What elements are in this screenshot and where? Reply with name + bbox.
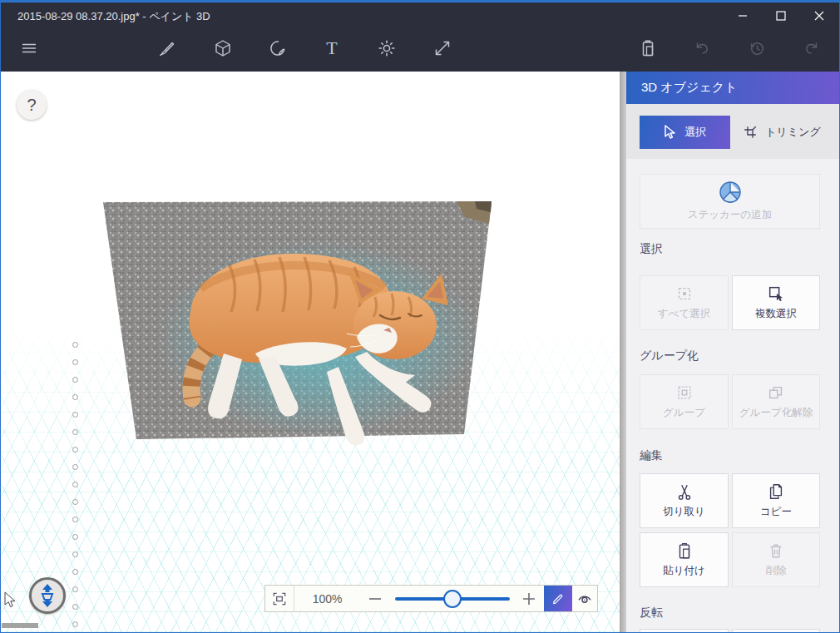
paste-icon [675,542,694,560]
ungroup-icon [767,383,785,402]
window-title: 2015-08-29 08.37.20.jpg* - ペイント 3D [17,9,210,24]
panel-tabs: 選択 トリミング [626,104,840,159]
sun-effects-icon [377,38,397,58]
multi-select-button[interactable]: 複数選択 [732,275,820,330]
section-label-flip: 反転 [640,606,663,621]
side-panel-3d-objects: 3D オブジェクト 選択 トリミング [626,72,840,633]
close-icon [814,11,824,21]
help-icon: ? [27,96,36,114]
stickers-button[interactable] [259,30,296,67]
3d-shapes-button[interactable] [205,30,241,67]
cat-photo-object[interactable] [92,189,502,463]
clipboard-paste-icon [638,38,658,58]
tab-select[interactable]: 選択 [640,116,730,149]
mouse-cursor [4,591,17,610]
maximize-icon [776,11,786,21]
minus-icon [368,591,383,606]
text-button[interactable]: T [314,30,350,67]
trash-icon [767,542,785,560]
paste-button[interactable]: 貼り付け [640,532,729,587]
redo-button [793,30,830,67]
eye-icon [576,591,593,607]
3d-rotate-gizmo-icon [37,583,58,608]
help-button[interactable]: ? [17,90,47,120]
zoom-in-button[interactable] [515,586,545,611]
paint3d-window: 2015-08-29 08.37.20.jpg* - ペイント 3D [0,0,840,633]
zoom-level: 100% [294,586,361,611]
canvas-3d-view[interactable]: ? [2,72,620,632]
history-clock-icon [747,38,767,58]
fit-screen-icon [271,591,288,607]
zoom-slider[interactable] [390,586,514,611]
paste-toolbar-button[interactable] [630,30,666,67]
cube-3d-icon [213,38,233,58]
pencil-icon [551,591,566,606]
effects-button[interactable] [368,30,405,67]
tab-trimming[interactable]: トリミング [736,116,828,149]
ungroup-button: グループ化解除 [732,374,820,429]
depth-dots-column [72,342,78,627]
section-label-selection: 選択 [640,242,663,257]
crop-icon [743,125,758,140]
multi-select-icon [767,284,785,303]
select-all-icon [675,284,694,303]
section-label-edit: 編集 [640,448,663,463]
3d-view-gizmo-button[interactable] [29,577,66,614]
view-mode-button[interactable] [572,586,597,611]
copy-button[interactable]: コピー [732,473,820,528]
panel-header: 3D オブジェクト [626,72,840,104]
menu-button[interactable] [11,30,47,67]
flip-button-1[interactable] [640,629,729,633]
brush-icon [157,38,177,58]
sticker-icon [268,38,288,58]
select-cursor-icon [664,125,677,140]
text-tool-icon: T [326,39,337,57]
draw-mode-button[interactable] [544,586,572,611]
group-button: グループ [640,374,729,429]
titlebar-and-toolbar: 2015-08-29 08.37.20.jpg* - ペイント 3D [1,2,839,72]
zoom-slider-thumb[interactable] [443,590,462,608]
zoom-out-button[interactable] [360,586,390,611]
section-label-grouping: グループ化 [640,349,699,363]
minimize-button[interactable] [724,2,762,29]
group-icon [675,383,694,402]
flip-button-2[interactable] [732,629,820,633]
history-button [739,30,775,67]
zoom-bar: 100% [264,585,598,612]
close-button[interactable] [800,2,838,29]
add-sticker-button: ステッカーの追加 [640,174,820,229]
plus-icon [521,591,536,606]
add-sticker-icon [719,181,742,204]
undo-button [684,30,720,67]
minimize-icon [738,11,748,21]
expand-canvas-icon [432,38,452,58]
horizontal-scrollbar-thumb[interactable] [2,623,38,628]
fit-to-screen-button[interactable] [265,586,294,611]
delete-button: 削除 [732,532,820,587]
select-all-button: すべて選択 [640,275,729,330]
vertical-scrollbar[interactable] [620,72,626,632]
copy-icon [767,482,785,501]
panel-title: 3D オブジェクト [641,80,737,96]
maximize-button[interactable] [762,2,800,29]
scissors-icon [675,482,694,501]
brushes-button[interactable] [149,30,185,67]
cut-button[interactable]: 切り取り [640,473,729,528]
canvas-button[interactable] [424,30,461,67]
redo-icon [802,38,822,58]
undo-icon [692,38,712,58]
hamburger-menu-icon [19,38,39,58]
